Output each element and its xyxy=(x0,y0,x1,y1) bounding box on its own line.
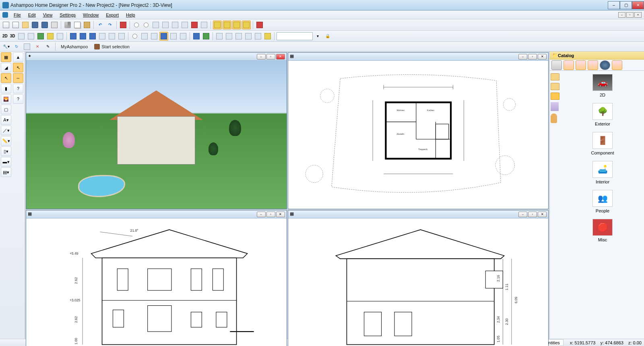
catalog-globe-button[interactable] xyxy=(600,60,610,70)
roof-edge-tool[interactable]: ▲ xyxy=(13,52,23,62)
minimize-button[interactable]: – xyxy=(608,1,620,9)
search-input[interactable] xyxy=(277,32,313,40)
catalog-item-exterior[interactable]: 🌳 Exterior xyxy=(588,103,617,126)
catalog-item-misc[interactable]: 🛑 Misc xyxy=(588,219,617,242)
dropdown-button[interactable]: ▾ xyxy=(314,32,322,41)
window-tile-h[interactable] xyxy=(69,32,78,41)
delete-selection-button[interactable]: ✕ xyxy=(33,42,42,51)
viewport-3d-canvas[interactable] xyxy=(26,61,287,209)
save-button[interactable] xyxy=(31,21,39,29)
window-tile-v[interactable] xyxy=(78,32,87,41)
open-button[interactable] xyxy=(21,21,30,29)
vp-maximize[interactable]: ▫ xyxy=(266,54,275,60)
vp-close[interactable]: ✕ xyxy=(276,54,285,60)
tool-c-button[interactable] xyxy=(56,32,64,41)
catalog-material-button[interactable] xyxy=(588,60,598,70)
menu-file[interactable]: File xyxy=(10,12,24,18)
roof-tool[interactable]: ◢ xyxy=(1,63,11,72)
tool-a-button[interactable] xyxy=(17,32,26,41)
tool-f-button[interactable] xyxy=(130,32,139,41)
paste-button[interactable] xyxy=(83,21,91,29)
close-button[interactable]: ✕ xyxy=(632,1,644,9)
catalog-home-button[interactable] xyxy=(564,60,574,70)
window-cascade[interactable] xyxy=(88,32,97,41)
catalog-tool-icon[interactable] xyxy=(551,102,559,111)
grid-button[interactable] xyxy=(213,21,222,29)
sun-button[interactable] xyxy=(263,32,272,41)
window-tool[interactable]: ▢ xyxy=(1,105,11,114)
paint-tool[interactable]: ▮ xyxy=(1,84,11,93)
undo-button[interactable]: ↶ xyxy=(96,21,105,29)
redo-button[interactable]: ↷ xyxy=(105,21,114,29)
view-all-button[interactable] xyxy=(171,21,180,29)
tool-k-button[interactable] xyxy=(215,32,224,41)
mode-3d[interactable]: 3D xyxy=(9,34,16,38)
refresh-button[interactable]: ↻ xyxy=(12,42,21,51)
vp-minimize[interactable]: – xyxy=(518,54,527,60)
lock-button[interactable]: 🔒 xyxy=(323,32,332,41)
line-tool[interactable]: ／▾ xyxy=(1,126,11,135)
column-tool[interactable]: ▬▾ xyxy=(1,157,11,167)
menu-window[interactable]: Window xyxy=(80,12,102,18)
mdi-restore[interactable]: ▫ xyxy=(626,12,634,18)
catalog-2d-button[interactable] xyxy=(612,60,622,70)
save-as-button[interactable] xyxy=(40,21,49,29)
zoom-fit-button[interactable] xyxy=(151,21,160,29)
tool-m-button[interactable] xyxy=(234,32,243,41)
vp-close[interactable]: ✕ xyxy=(538,54,547,60)
vp-minimize[interactable]: – xyxy=(257,212,266,217)
config-button[interactable]: 🔧▾ xyxy=(2,42,10,51)
render-button[interactable] xyxy=(192,32,201,41)
catalog-item-component[interactable]: 🚪 Component xyxy=(588,132,617,155)
pan-button[interactable] xyxy=(180,21,189,29)
vp-maximize[interactable]: ▫ xyxy=(528,212,537,217)
copy-button[interactable] xyxy=(73,21,82,29)
walk-button[interactable] xyxy=(200,21,208,29)
wall-tool[interactable]: ▦ xyxy=(1,52,11,62)
orbit-button[interactable] xyxy=(190,21,199,29)
vp-close[interactable]: ✕ xyxy=(538,212,547,217)
menu-view[interactable]: View xyxy=(40,12,56,18)
catalog-item-people[interactable]: 👥 People xyxy=(588,190,617,213)
vp-maximize[interactable]: ▫ xyxy=(528,54,537,60)
mdi-close[interactable]: × xyxy=(634,12,642,18)
menu-export[interactable]: Export xyxy=(103,12,122,18)
catalog-up-button[interactable] xyxy=(551,60,562,70)
cut-button[interactable] xyxy=(63,21,72,29)
vp-minimize[interactable]: – xyxy=(518,212,527,217)
viewport-side-canvas[interactable]: 6.09 2.16 2.34 1.11 2.30 1.05 9.70 1.81 … xyxy=(288,218,549,346)
zoom-window-button[interactable] xyxy=(161,21,170,29)
catalog-folder-3[interactable] xyxy=(551,93,559,100)
delete-button[interactable] xyxy=(119,21,128,29)
roof-button[interactable] xyxy=(46,32,55,41)
cursor-tool[interactable]: ↖ xyxy=(1,73,11,83)
measure-tool[interactable]: 📏▾ xyxy=(1,136,11,146)
myashampoo-link[interactable]: MyAshampoo xyxy=(58,43,90,50)
menu-help[interactable]: Help xyxy=(123,12,138,18)
window-arrange[interactable] xyxy=(98,32,107,41)
snap-angle-button[interactable] xyxy=(242,21,251,29)
materials-button[interactable] xyxy=(202,32,211,41)
stairs-tool[interactable]: ▤▾ xyxy=(1,167,11,177)
print-button[interactable] xyxy=(50,21,59,29)
zoom-out-button[interactable] xyxy=(142,21,151,29)
floor-button[interactable] xyxy=(36,32,45,41)
new-button[interactable] xyxy=(2,21,10,29)
select-button[interactable] xyxy=(223,21,231,29)
pencil-button[interactable]: ✎ xyxy=(43,42,52,51)
move-tool[interactable]: ↔ xyxy=(13,73,23,83)
menu-settings[interactable]: Settings xyxy=(56,12,79,18)
tool-i-button[interactable] xyxy=(169,32,178,41)
door-tool[interactable]: ▯▾ xyxy=(1,146,11,156)
catalog-folder-1[interactable] xyxy=(551,73,559,80)
catalog-text-button[interactable] xyxy=(576,60,586,70)
text-tool[interactable]: A▾ xyxy=(1,115,11,125)
terrain-tool[interactable]: 🌄 xyxy=(1,94,11,104)
catalog-item-interior[interactable]: 🛋️ Interior xyxy=(588,161,617,184)
vp-minimize[interactable]: – xyxy=(257,54,266,60)
rotate-tool[interactable]: ? xyxy=(13,84,23,93)
layers-button[interactable] xyxy=(255,21,264,29)
tool-h-button[interactable] xyxy=(150,32,159,41)
catalog-item-2d[interactable]: 🚗 2D xyxy=(588,74,617,97)
catalog-folder-2[interactable] xyxy=(551,83,559,90)
